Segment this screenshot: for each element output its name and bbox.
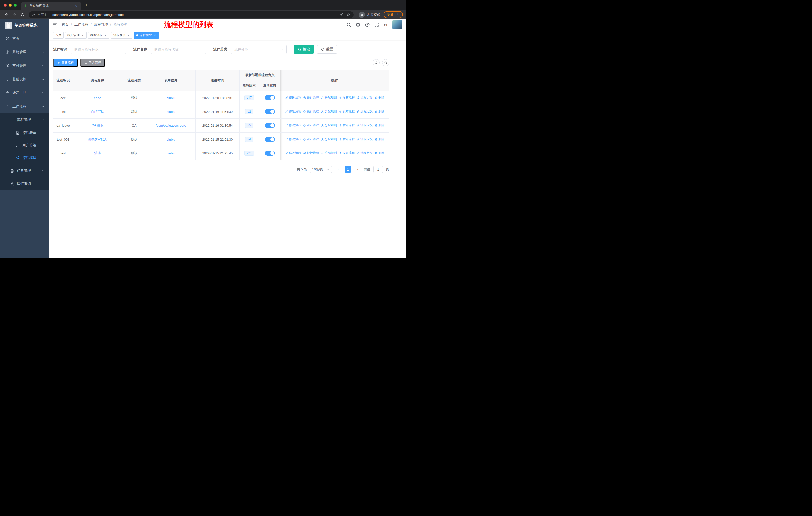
form-info-link[interactable]: /bpm/oa/leave/create [155, 124, 186, 128]
action-definition-link[interactable]: 流程定义 [357, 123, 373, 128]
process-name-link[interactable]: 测试多审批人 [88, 137, 108, 141]
collapse-sidebar-icon[interactable] [53, 22, 58, 27]
import-process-button[interactable]: 导入流程 [80, 59, 105, 66]
forward-button[interactable] [11, 11, 18, 18]
tag-process-model[interactable]: 流程模型 × [134, 32, 159, 38]
help-icon[interactable] [365, 22, 370, 27]
sidebar-item-infrastructure[interactable]: 基础设施 [0, 73, 49, 86]
address-bar[interactable]: 不安全 dashboard.yudao.iocoder.cn/bpm/manag… [29, 11, 354, 18]
tag-process-form[interactable]: 流程表单 × [111, 32, 133, 38]
maximize-window-button[interactable] [13, 3, 17, 6]
action-publish-link[interactable]: 发布流程 [339, 109, 355, 114]
action-delete-link[interactable]: 删除 [375, 151, 384, 155]
action-publish-link[interactable]: 发布流程 [339, 137, 355, 141]
action-delete-link[interactable]: 删除 [375, 123, 384, 128]
refresh-table-button[interactable] [382, 59, 389, 66]
tag-my-process[interactable]: 我的流程 × [88, 32, 110, 38]
action-assign-link[interactable]: 分配规则 [321, 123, 337, 128]
action-assign-link[interactable]: 分配规则 [321, 96, 337, 100]
status-toggle[interactable] [265, 151, 275, 156]
sidebar-item-process-management[interactable]: 流程管理 [0, 113, 49, 127]
reset-button[interactable]: 重置 [317, 45, 337, 54]
minimize-window-button[interactable] [8, 3, 11, 6]
create-process-button[interactable]: 新建流程 [53, 59, 78, 66]
github-icon[interactable] [356, 22, 360, 27]
tab-close-icon[interactable]: × [74, 4, 79, 8]
action-design-link[interactable]: 设计流程 [303, 96, 319, 100]
search-icon[interactable] [346, 22, 351, 27]
action-edit-link[interactable]: 修改流程 [285, 151, 301, 155]
page-number-1[interactable]: 1 [345, 166, 351, 172]
action-design-link[interactable]: 设计流程 [303, 137, 319, 141]
status-toggle[interactable] [265, 123, 275, 128]
browser-menu-icon[interactable]: ⋮ [395, 12, 401, 17]
action-definition-link[interactable]: 流程定义 [357, 109, 373, 114]
sidebar-item-payment[interactable]: 支付管理 [0, 59, 49, 73]
process-name-link[interactable]: eeee [94, 96, 101, 100]
action-definition-link[interactable]: 流程定义 [357, 151, 373, 155]
close-icon[interactable]: × [81, 33, 84, 37]
breadcrumb-process-management[interactable]: 流程管理 [94, 22, 108, 27]
action-edit-link[interactable]: 修改流程 [285, 123, 301, 128]
action-publish-link[interactable]: 发布流程 [339, 96, 355, 100]
sidebar-item-system[interactable]: 系统管理 [0, 45, 49, 59]
page-size-select[interactable]: 10条/页 [310, 166, 332, 173]
form-info-link[interactable]: biubiu [167, 110, 175, 114]
action-assign-link[interactable]: 分配规则 [321, 109, 337, 114]
action-publish-link[interactable]: 发布流程 [339, 151, 355, 155]
back-button[interactable] [3, 11, 9, 18]
sidebar-item-dev-tools[interactable]: 研发工具 [0, 86, 49, 100]
process-name-link[interactable]: 自己审批 [91, 110, 104, 113]
close-icon[interactable]: × [104, 33, 107, 37]
action-assign-link[interactable]: 分配规则 [321, 151, 337, 155]
tag-home[interactable]: 首页 [53, 32, 64, 38]
reload-button[interactable] [19, 11, 26, 18]
action-delete-link[interactable]: 删除 [375, 109, 384, 114]
action-design-link[interactable]: 设计流程 [303, 123, 319, 128]
action-publish-link[interactable]: 发布流程 [339, 123, 355, 128]
next-page-button[interactable]: › [354, 166, 361, 172]
form-info-link[interactable]: biubiu [167, 138, 175, 141]
action-edit-link[interactable]: 修改流程 [285, 137, 301, 141]
sidebar-item-leave-query[interactable]: 请假查询 [0, 178, 49, 190]
close-icon[interactable]: × [126, 33, 130, 37]
action-definition-link[interactable]: 流程定义 [357, 137, 373, 141]
form-info-link[interactable]: biubiu [167, 96, 175, 100]
goto-page-input[interactable] [373, 166, 383, 173]
breadcrumb-workflow[interactable]: 工作流程 [74, 22, 88, 27]
sidebar-item-process-model[interactable]: 流程模型 [0, 152, 49, 164]
action-delete-link[interactable]: 删除 [375, 96, 384, 100]
breadcrumb-home[interactable]: 首页 [62, 22, 69, 27]
sidebar-item-home[interactable]: 首页 [0, 32, 49, 45]
user-avatar[interactable] [393, 20, 402, 29]
new-tab-button[interactable]: + [83, 1, 90, 9]
update-button[interactable]: 更新 ⋮ [384, 11, 403, 18]
bookmark-star-icon[interactable] [346, 13, 350, 17]
action-design-link[interactable]: 设计流程 [303, 109, 319, 114]
status-toggle[interactable] [265, 137, 275, 142]
sidebar-item-user-group[interactable]: 用户分组 [0, 139, 49, 152]
action-edit-link[interactable]: 修改流程 [285, 96, 301, 100]
toggle-search-button[interactable] [373, 59, 380, 66]
sidebar-item-workflow[interactable]: 工作流程 [0, 100, 49, 113]
sidebar-item-process-form[interactable]: 流程表单 [0, 127, 49, 139]
password-key-icon[interactable] [340, 13, 343, 17]
action-design-link[interactable]: 设计流程 [303, 151, 319, 155]
process-name-link[interactable]: OA 请假 [92, 124, 104, 127]
action-delete-link[interactable]: 删除 [375, 137, 384, 141]
close-window-button[interactable] [3, 3, 6, 6]
process-category-select[interactable] [231, 45, 287, 54]
form-info-link[interactable]: biubiu [167, 152, 175, 155]
close-icon[interactable]: × [153, 33, 156, 37]
process-name-input[interactable] [151, 45, 206, 54]
browser-tab[interactable]: 芋道管理系统 × [21, 1, 81, 10]
font-size-icon[interactable]: тT [384, 23, 388, 27]
action-edit-link[interactable]: 修改流程 [285, 109, 301, 114]
sidebar-item-task-management[interactable]: 任务管理 [0, 164, 49, 178]
process-id-input[interactable] [71, 45, 126, 54]
fullscreen-icon[interactable] [374, 22, 379, 27]
search-button[interactable]: 搜索 [294, 45, 314, 54]
status-toggle[interactable] [265, 95, 275, 100]
action-assign-link[interactable]: 分配规则 [321, 137, 337, 141]
status-toggle[interactable] [265, 109, 275, 114]
